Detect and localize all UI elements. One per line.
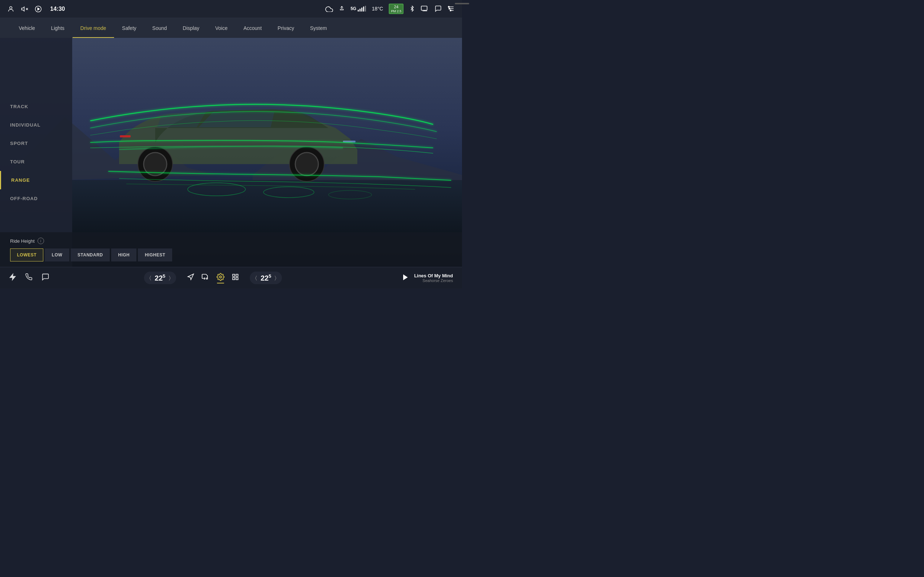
tab-sound[interactable]: Sound [144, 18, 175, 38]
usb-icon [339, 5, 345, 12]
music-info: Lines Of My Mind Seahorse Zeroes [414, 273, 453, 283]
message-icon[interactable] [42, 273, 50, 283]
svg-point-20 [295, 153, 318, 176]
status-right: 5G 18°C 24 PM 2.5 [325, 3, 455, 15]
svg-point-0 [10, 6, 12, 9]
ride-option-lowest[interactable]: LOWEST [10, 248, 43, 261]
temperature-display: 18°C [372, 6, 383, 11]
svg-marker-1 [22, 7, 24, 11]
pm-label: PM 2.5 [391, 10, 401, 13]
nav-tabs: Vehicle Lights Drive mode Safety Sound D… [0, 18, 462, 38]
ride-option-highest[interactable]: HIGHEST [138, 248, 172, 261]
drive-mode-offroad[interactable]: OFF-ROAD [0, 189, 72, 208]
battery-number: 24 [394, 5, 399, 10]
tab-vehicle[interactable]: Vehicle [11, 18, 43, 38]
screen-icon[interactable] [421, 5, 429, 12]
ride-height-section: Ride Height i LOWEST LOW STANDARD HIGH H… [0, 232, 462, 267]
tab-voice[interactable]: Voice [207, 18, 235, 38]
svg-point-30 [220, 276, 221, 278]
ride-height-info-icon[interactable]: i [37, 238, 44, 244]
drive-mode-individual[interactable]: INDIVIDUAL [0, 116, 72, 134]
bottom-right: Lines Of My Mind Seahorse Zeroes [373, 273, 453, 283]
car-front-icon[interactable] [201, 273, 209, 282]
drive-mode-track[interactable]: TRACK [0, 97, 72, 116]
ride-height-options: LOWEST LOW STANDARD HIGH HIGHEST [10, 248, 452, 261]
bottom-center: 〈 225 〉 [52, 272, 373, 284]
bottom-left-icons [9, 273, 52, 283]
svg-rect-33 [233, 278, 235, 280]
temp-right-decrease[interactable]: 〈 [255, 275, 257, 281]
main-content: TRACK INDIVIDUAL SPORT TOUR RANGE OFF-RO… [0, 38, 462, 267]
signal-label: 5G [351, 6, 356, 11]
person-icon[interactable] [7, 5, 15, 13]
temp-left-increase[interactable]: 〉 [169, 275, 171, 281]
svg-point-11 [448, 6, 449, 8]
tab-lights[interactable]: Lights [43, 18, 72, 38]
signal-indicator: 5G [351, 6, 366, 11]
gear-icon-active[interactable] [216, 273, 225, 283]
temp-control-left: 〈 225 〉 [144, 272, 176, 284]
temp-right-increase[interactable]: 〉 [275, 275, 276, 281]
drive-mode-tour[interactable]: TOUR [0, 153, 72, 171]
svg-marker-35 [404, 275, 407, 280]
svg-rect-31 [233, 274, 235, 277]
ride-height-label: Ride Height i [10, 238, 452, 244]
battery-badge: 24 PM 2.5 [389, 3, 404, 15]
temp-right-value: 225 [261, 273, 271, 282]
bluetooth-icon[interactable] [409, 5, 415, 12]
navigation-icon[interactable] [187, 273, 194, 282]
svg-marker-27 [188, 274, 194, 280]
lightning-icon[interactable] [9, 273, 16, 283]
grid-icon[interactable] [232, 273, 239, 282]
svg-rect-22 [343, 141, 355, 142]
drive-mode-sport[interactable]: SPORT [0, 134, 72, 153]
svg-rect-6 [421, 6, 427, 10]
temp-control-right: 〈 225 〉 [250, 272, 282, 284]
svg-marker-26 [10, 274, 16, 280]
ride-option-low[interactable]: LOW [45, 248, 69, 261]
svg-point-13 [450, 10, 451, 11]
music-title: Lines Of My Mind [414, 273, 453, 279]
center-icons [187, 273, 239, 283]
music-artist: Seahorse Zeroes [414, 279, 453, 283]
bottom-bar: 〈 225 〉 [0, 267, 462, 288]
status-left: 14:30 [7, 5, 65, 13]
svg-marker-5 [37, 8, 39, 10]
ride-option-high[interactable]: HIGH [111, 248, 136, 261]
tab-display[interactable]: Display [175, 18, 207, 38]
signal-bars [358, 6, 366, 11]
tab-account[interactable]: Account [235, 18, 270, 38]
svg-rect-34 [236, 278, 238, 280]
tab-system[interactable]: System [302, 18, 335, 38]
svg-point-12 [449, 8, 450, 10]
music-play-button[interactable] [402, 274, 409, 282]
status-time: 14:30 [50, 6, 65, 12]
svg-rect-32 [236, 274, 238, 277]
drive-mode-range[interactable]: RANGE [0, 171, 72, 189]
temp-left-decrease[interactable]: 〈 [149, 275, 151, 281]
chat-icon[interactable] [435, 5, 442, 12]
tab-drive-mode[interactable]: Drive mode [73, 18, 115, 38]
phone-icon[interactable] [25, 273, 32, 283]
pull-handle [455, 3, 462, 4]
mute-icon[interactable] [21, 5, 28, 13]
svg-point-28 [204, 278, 205, 279]
svg-rect-21 [120, 135, 131, 137]
status-bar: 14:30 5G 18°C [0, 0, 462, 18]
cloud-icon [325, 5, 333, 12]
tab-safety[interactable]: Safety [114, 18, 144, 38]
svg-point-29 [207, 278, 208, 279]
settings-status-icon[interactable] [447, 5, 455, 12]
ride-option-standard[interactable]: STANDARD [71, 248, 110, 261]
tab-privacy[interactable]: Privacy [270, 18, 302, 38]
play-status-icon[interactable] [35, 5, 42, 13]
temp-left-value: 225 [155, 273, 165, 282]
